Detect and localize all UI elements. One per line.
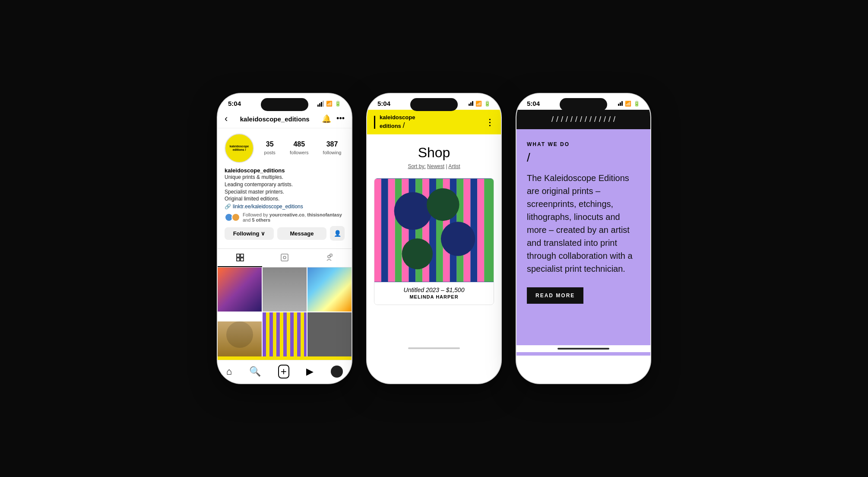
product-card[interactable]: Untitled 2023 – $1,500 MELINDA HARPER [374,178,494,305]
grid-image-6 [307,312,352,356]
slash-1: / [551,115,554,124]
bar4 [323,101,324,107]
svg-rect-12 [395,179,402,282]
sort-newest[interactable]: Newest [427,163,444,169]
followers-count: 485 [290,140,308,148]
phone-instagram: 5:04 📶 🔋 ‹ kaleidoscope_editions 🔔 ••• [218,94,352,383]
header-icons: 🔔 ••• [322,114,345,124]
svg-rect-7 [330,254,332,256]
tab-tagged[interactable] [307,249,352,267]
grid-image-5 [263,312,307,356]
svg-point-29 [402,238,433,269]
read-more-button[interactable]: READ MORE [527,287,583,304]
svg-point-5 [283,256,286,259]
photo-grid [218,267,352,356]
home-indicator-3 [558,348,609,350]
add-person-button[interactable]: 👤 [330,226,345,241]
dynamic-island [261,98,308,111]
bar3 [321,102,322,107]
grid-item-4[interactable] [218,312,262,356]
bell-icon[interactable]: 🔔 [322,114,331,124]
followers-stat[interactable]: 485 followers [290,140,308,156]
slash-11: / [599,115,601,124]
sort-divider: | [446,163,447,169]
signal-icon [317,101,324,107]
logo-text: kaleidoscope editions / [380,114,415,130]
back-button[interactable]: ‹ [225,113,228,124]
grid-item-3[interactable] [307,267,352,312]
bio-name: kaleidoscope_editions [225,167,345,174]
bottom-nav: ⌂ 🔍 + ▶ [218,360,352,383]
tab-grid[interactable] [218,249,262,267]
svg-rect-1 [241,254,244,257]
section-slash: / [527,151,640,165]
logo-slash: / [402,121,405,130]
posts-count: 35 [264,140,276,148]
shop-sort: Sort by: Newest | Artist [374,163,494,169]
profile-tabs [218,248,352,267]
grid-item-1[interactable] [218,267,262,312]
bottom-spacer-3 [516,352,650,356]
slash-9: / [589,115,592,124]
bar2 [319,103,320,107]
svg-rect-3 [241,258,244,261]
status-icons-3: 📶 🔋 [618,101,640,107]
followed-by-text: Followed by yourcreative.co, thisisnofan… [243,212,345,223]
more-icon[interactable]: ••• [336,114,345,124]
chevron-down-icon: ∨ [261,230,265,237]
yellow-bar [218,356,352,360]
sort-label: Sort by: [408,163,425,169]
logo-bar [374,116,375,129]
website-header: / / / / / / / / / / / / / / [516,110,650,129]
profile-top-row: kaleidoscopeeditions / 35 posts 485 foll… [225,134,345,163]
wifi-icon-2: 📶 [475,101,482,107]
bio-link[interactable]: 🔗 linktr.ee/kaleidoscope_editions [225,204,345,210]
profile-username: kaleidoscope_editions [240,115,310,123]
profile-nav-icon[interactable] [331,366,343,378]
sort-artist[interactable]: Artist [448,163,460,169]
following-button[interactable]: Following ∨ [225,227,274,240]
shop-footer-space [367,310,501,345]
svg-rect-25 [484,179,494,282]
search-nav-icon[interactable]: 🔍 [249,366,261,377]
link-icon: 🔗 [225,204,231,210]
svg-point-26 [394,192,432,230]
home-nav-icon[interactable]: ⌂ [226,366,232,377]
grid-item-6[interactable] [307,312,352,356]
signal-icon-2 [469,101,473,106]
profile-section: kaleidoscopeeditions / 35 posts 485 foll… [218,128,352,248]
message-button[interactable]: Message [277,227,326,240]
follower-avatar-2 [231,213,240,222]
svg-rect-24 [477,179,484,282]
status-icons-2: 📶 🔋 [469,101,491,107]
menu-dots[interactable]: ⋮ [485,117,494,127]
bottom-spacer-2 [367,352,501,355]
website-content: WHAT WE DO / The Kaleidoscope Editions a… [516,129,650,345]
following-stat[interactable]: 387 following [323,140,342,156]
shop-header: kaleidoscope editions / ⋮ [367,110,501,134]
slash-3: / [561,115,563,124]
action-buttons: Following ∨ Message 👤 [225,226,345,241]
product-info: Untitled 2023 – $1,500 MELINDA HARPER [374,282,494,305]
time-2: 5:04 [377,100,390,107]
logo-text-2: editions / [380,121,415,130]
slash-6: / [575,115,577,124]
slash-14: / [613,115,615,124]
dynamic-island-3 [560,98,607,111]
followed-by: Followed by yourcreative.co, thisisnofan… [225,212,345,223]
grid-item-2[interactable] [263,267,307,312]
slash-7: / [580,115,582,124]
grid-item-5[interactable] [263,312,307,356]
product-image [374,178,494,282]
tab-reels[interactable] [262,249,307,267]
svg-rect-9 [374,179,381,282]
posts-stat: 35 posts [264,140,276,156]
reels-nav-icon[interactable]: ▶ [306,366,314,377]
create-nav-icon[interactable]: + [278,365,289,378]
wifi-icon: 📶 [326,101,333,107]
section-label: WHAT WE DO [527,141,640,147]
slash-pattern: / / / / / / / / / / / / / / [516,111,650,127]
signal-icon-3 [618,101,623,106]
slash-13: / [608,115,611,124]
svg-rect-4 [281,254,288,261]
